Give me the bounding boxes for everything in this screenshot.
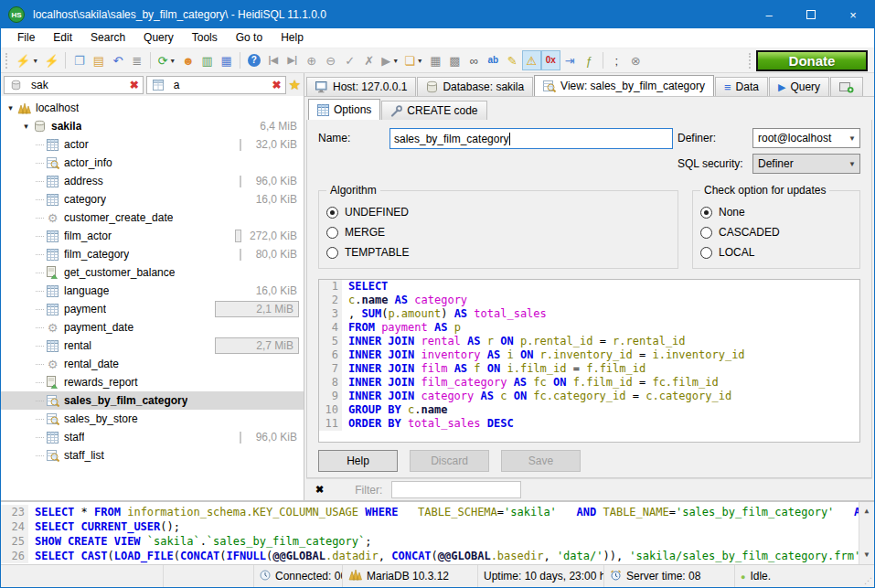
tree-item-sales-by-store[interactable]: sales_by_store [1,410,304,428]
radio-button-icon[interactable] [326,227,338,239]
tree-item-address[interactable]: address96,0 KiB [1,172,304,190]
highlighter-icon[interactable]: ✎ [503,50,522,70]
delete-record-icon[interactable]: ⊖ [321,50,340,70]
warn-unsafe-icon[interactable]: ⚠ [522,50,541,70]
user-manager-icon[interactable]: ☻ [178,50,197,70]
refresh-icon[interactable]: ⟳▼ [155,50,178,70]
menu-file[interactable]: File [8,28,44,48]
tree-item-actor-info[interactable]: actor_info [1,154,304,172]
radio-none[interactable]: None [700,202,850,222]
resize-grip-icon[interactable]: ⋰ [861,565,874,587]
close-filter-icon[interactable]: ✖ [315,484,324,496]
radio-button-icon[interactable] [700,247,712,259]
chevron-down-icon[interactable]: ▾ [5,103,16,112]
menu-help[interactable]: Help [272,28,313,48]
menu-edit[interactable]: Edit [44,28,81,48]
tree-item-sales-by-film-category[interactable]: sales_by_film_category [1,391,304,410]
delimiter-icon[interactable]: ; [607,50,626,70]
view-name-input[interactable]: sales_by_film_category [389,128,673,149]
sql-log[interactable]: 23SELECT * FROM information_schema.KEY_C… [1,502,859,564]
radio-button-icon[interactable] [326,207,338,219]
tree-item-customer-create-date[interactable]: ⚙customer_create_date [1,208,304,227]
menu-go-to[interactable]: Go to [227,28,272,48]
open-file-icon[interactable]: ❏▼ [401,50,426,70]
insert-files-icon[interactable]: ▦ [217,50,236,70]
stop-icon[interactable]: ⊗ [626,50,646,70]
view-sql-editor[interactable]: 1SELECT2c.name AS category3, SUM(p.amoun… [318,279,860,443]
scroll-down-icon[interactable]: ▼ [865,548,870,562]
tree-item-sakila[interactable]: ▾sakila6,4 MiB [1,117,304,135]
save-icon[interactable]: ▦ [426,50,445,70]
help-icon[interactable]: ? [244,50,263,70]
insert-record-icon[interactable]: ⊕ [302,50,321,70]
tree-item-actor[interactable]: actor32,0 KiB [1,135,304,154]
radio-local[interactable]: LOCAL [700,242,850,262]
radio-temptable[interactable]: TEMPTABLE [326,242,668,262]
disconnect-icon[interactable]: ⚡ [41,50,61,70]
chevron-down-icon[interactable]: ▾ [20,122,32,131]
tree-item-language[interactable]: language16,0 KiB [1,282,304,300]
tree-item-payment-date[interactable]: ⚙payment_date [1,318,304,337]
clear-db-filter-icon[interactable]: ✖ [130,79,139,91]
tree-item-rental-date[interactable]: ⚙rental_date [1,355,304,373]
radio-button-icon[interactable] [326,247,338,259]
sql-security-select[interactable]: Definer ▼ [752,154,860,174]
copy-icon[interactable]: ❐ [69,50,89,70]
tab-new-query[interactable] [830,77,863,96]
tree-item-get-customer-balance[interactable]: get_customer_balance [1,263,304,282]
definer-select[interactable]: root@localhost ▼ [752,128,860,148]
donate-button[interactable]: Donate [756,50,868,71]
tree-item-film-actor[interactable]: film_actor272,0 KiB [1,227,304,245]
paste-icon[interactable]: ▤ [89,50,108,70]
subtab-options[interactable]: Options [308,99,380,120]
save-as-icon[interactable]: ▩ [445,50,464,70]
minimize-button[interactable]: – [748,1,790,28]
radio-undefined[interactable]: UNDEFINED [326,202,668,222]
scroll-up-icon[interactable]: ▲ [865,504,870,519]
tree-item-category[interactable]: category16,0 KiB [1,190,304,208]
reformat-icon[interactable]: ƒ [580,50,599,70]
filter-input[interactable] [391,481,521,498]
tab-host-127-0-0-1[interactable]: Host: 127.0.0.1 [306,77,416,96]
tree-item-staff-list[interactable]: staff_list [1,446,304,465]
maximize-button[interactable] [790,1,832,28]
radio-button-icon[interactable] [700,207,712,219]
favorites-star-icon[interactable]: ★ [289,77,301,93]
tab-view-sales-by-film-category[interactable]: View: sales_by_film_category [534,75,714,96]
run-query-icon[interactable]: ▶▼ [379,50,401,70]
radio-button-icon[interactable] [700,227,712,239]
database-filter-input[interactable]: sak ✖ [4,76,144,94]
export-database-icon[interactable]: ▥ [197,50,217,70]
first-record-icon[interactable]: |◀ [263,50,283,70]
tree-item-localhost[interactable]: ▾localhost [1,99,304,117]
tree-item-rental[interactable]: rental2,7 MiB [1,337,304,355]
clear-table-filter-icon[interactable]: ✖ [272,79,282,91]
tab-database-sakila[interactable]: Database: sakila [417,77,533,96]
print-icon[interactable]: ≣ [127,50,146,70]
tree-item-payment[interactable]: payment2,1 MiB [1,300,304,318]
save-button[interactable]: Save [501,450,581,472]
radio-cascaded[interactable]: CASCADED [700,222,850,242]
table-filter-input[interactable]: a ✖ [146,76,286,94]
subtab-create-code[interactable]: CREATE code [381,101,486,120]
tree-item-rewards-report[interactable]: rewards_report [1,373,304,391]
discard-button[interactable]: Discard [410,450,489,472]
help-button[interactable]: Help [318,450,398,472]
close-button[interactable]: × [832,1,874,28]
hex-view-icon[interactable]: 0x [541,50,560,70]
tree-item-film-category[interactable]: film_category80,0 KiB [1,245,304,263]
replace-icon[interactable]: ab [484,50,503,70]
tree-item-staff[interactable]: staff96,0 KiB [1,428,304,446]
menu-query[interactable]: Query [134,28,183,48]
post-changes-icon[interactable]: ✓ [340,50,359,70]
tab-query[interactable]: ▶Query [769,77,829,96]
log-scrollbar[interactable]: ▲ ▼ [859,502,874,564]
last-record-icon[interactable]: ▶| [283,50,302,70]
find-icon[interactable]: ∞ [464,50,484,70]
indent-icon[interactable]: ⇥ [560,50,580,70]
tab-data[interactable]: ≡Data [715,77,768,96]
session-manager-icon[interactable]: ⚡▼ [13,50,41,70]
undo-icon[interactable]: ↶ [108,50,127,70]
cancel-editing-icon[interactable]: ✗ [359,50,379,70]
radio-merge[interactable]: MERGE [326,222,668,242]
